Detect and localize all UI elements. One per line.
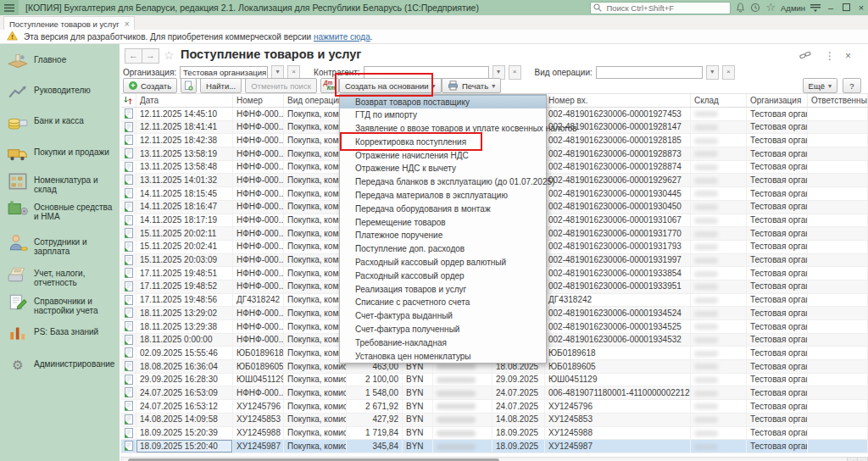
filter-operation-dropdown-icon[interactable]: ▾ (706, 65, 719, 80)
back-button[interactable]: ← (125, 48, 142, 64)
print-button[interactable]: Печать▾ (442, 78, 501, 93)
cell-nin: ХУ1245796 (545, 400, 691, 413)
current-user[interactable]: Админ (781, 3, 805, 13)
menu-item-11[interactable]: Платежное поручение (340, 229, 546, 242)
filter-org-dropdown-icon[interactable]: ▾ (271, 65, 284, 80)
table-row-22[interactable]: 24.07.2025 16:53:09НФНФ-000...Покупка, к… (121, 386, 868, 400)
menu-item-18[interactable]: Счет-фактура полученный (340, 323, 546, 336)
sidebar-item-bank-cash[interactable]: Банк и касса (0, 112, 120, 132)
find-button[interactable]: Найти... (200, 78, 242, 93)
table-row-24[interactable]: 14.08.2025 14:09:58ХУ1245853Покупка, ком… (121, 414, 868, 427)
menu-item-20[interactable]: Установка цен номенклатуры (340, 349, 546, 363)
collapse-panel-icon[interactable] (810, 3, 821, 12)
column-header-op[interactable]: Вид операции (284, 94, 347, 107)
get-link-icon[interactable] (799, 50, 811, 63)
more-actions-icon[interactable]: ⋮ (825, 50, 835, 62)
menu-item-5[interactable]: Отражение начисления НДС (340, 148, 546, 162)
debit-credit-button[interactable]: ДтКт (320, 78, 339, 93)
cell-whs (691, 227, 747, 240)
column-header-whs[interactable]: Склад (691, 94, 747, 107)
filter-counterparty-clear-icon[interactable]: × (509, 65, 521, 80)
menu-item-4[interactable]: Корректировка поступления (340, 135, 546, 148)
cell-date: 02.09.2025 15:55:46 (136, 347, 233, 359)
menu-item-17[interactable]: Счет-фактура выданный (340, 309, 546, 323)
table-row-23[interactable]: 24.07.2025 16:53:12ХУ1245796Покупка, ком… (121, 400, 868, 414)
cell-date: 15.11.2025 20:02:41 (136, 241, 233, 253)
cancel-search-button[interactable]: Отменить поиск (245, 78, 317, 93)
column-header-num[interactable]: Номер (233, 94, 284, 107)
filter-counterparty-input[interactable] (364, 66, 489, 79)
column-header-icon[interactable] (121, 94, 136, 107)
sidebar-item-manager[interactable]: Руководителю (0, 81, 120, 102)
create-button[interactable]: + Создать (123, 78, 177, 93)
filter-operation-label: Вид операции: (535, 68, 593, 77)
cell-org: Тестовая орган... (747, 360, 808, 373)
sidebar-item-purchases-sales[interactable]: Покупки и продажи (0, 143, 120, 164)
menu-item-8[interactable]: Передача материалов в эксплуатацию (340, 189, 546, 203)
forward-button[interactable]: → (142, 48, 159, 64)
redacted-warehouse (694, 284, 718, 290)
filter-org-input[interactable]: Тестовая организация (180, 66, 268, 79)
cell-nin: 002-4819016230006-00001933854 (545, 267, 691, 280)
sidebar-item-inventory-warehouse[interactable]: Номенклатура и склад (0, 171, 120, 194)
cell-op: Покупка, комис... (284, 386, 347, 399)
sidebar-item-accounting-taxes[interactable]: Учет, налоги, отчетность (0, 264, 120, 287)
sidebar-item-staff-salary[interactable]: Сотрудники и зарплата (0, 233, 120, 256)
tab-close-icon[interactable]: × (125, 19, 130, 29)
scroll-left-icon[interactable]: ◂ (847, 458, 857, 461)
favorites-star-icon[interactable]: ☆ (765, 0, 776, 15)
menu-item-6[interactable]: Отражение НДС к вычету (340, 162, 546, 175)
main-menu-button[interactable] (0, 0, 19, 15)
table-row-21[interactable]: 29.09.2025 16:28:30ЮШ0451129Покупка, ком… (121, 374, 868, 387)
menu-item-7[interactable]: Передача бланков в эксплуатацию (до 01.0… (340, 175, 546, 189)
close-window-button[interactable]: × (856, 3, 866, 13)
minimize-button[interactable]: – (826, 3, 836, 13)
column-header-org[interactable]: Организация (747, 94, 808, 107)
column-header-resp[interactable]: Ответственный (808, 94, 868, 107)
sidebar-item-fixed-assets[interactable]: Основные средства и НМА (0, 198, 120, 221)
menu-item-15[interactable]: Реализация товаров и услуг (340, 282, 546, 296)
menu-item-19[interactable]: Требование-накладная (340, 336, 546, 349)
cell-org: Тестовая орган... (747, 241, 808, 253)
sidebar-item-main[interactable]: Главное (0, 51, 120, 71)
table-row-25[interactable]: 18.09.2025 15:20:39ХУ1245988Покупка, ком… (121, 427, 868, 441)
cell-whs (691, 174, 747, 186)
menu-item-16[interactable]: Списание с расчетного счета (340, 296, 546, 309)
more-button[interactable]: Ещё▾ (803, 78, 837, 93)
menu-item-2[interactable]: ГТД по импорту (340, 108, 546, 122)
purchase-link[interactable]: нажмите сюда (314, 32, 370, 42)
global-search[interactable] (590, 2, 731, 14)
menu-item-13[interactable]: Расходный кассовый ордер валютный (340, 256, 546, 269)
cell-num: НФНФ-000... (233, 241, 284, 253)
filter-counterparty-dropdown-icon[interactable]: ▾ (492, 65, 505, 80)
sidebar-item-administration[interactable]: ⚙Администрирование (0, 355, 120, 375)
debit-credit-icon: ДтКт (324, 81, 336, 92)
menu-item-10[interactable]: Перемещение товаров (340, 215, 546, 229)
create-based-on-button[interactable]: Создать на основании▾ (339, 78, 442, 93)
menu-item-14[interactable]: Расходный кассовый ордер (340, 269, 546, 282)
help-button[interactable]: ? (843, 78, 861, 93)
table-row-26[interactable]: 18.09.2025 15:20:40ХУ1245987Покупка, ком… (121, 440, 868, 453)
scroll-right-icon[interactable]: ▸ (857, 458, 867, 461)
horizontal-scrollbar[interactable]: ◂ ▸ (121, 457, 868, 461)
filter-operation-clear-icon[interactable]: × (722, 65, 735, 80)
notifications-bell-icon[interactable] (736, 3, 745, 13)
close-page-icon[interactable]: × (845, 50, 851, 62)
filter-operation-input[interactable] (596, 66, 703, 79)
history-icon[interactable] (750, 3, 760, 13)
maximize-button[interactable] (841, 3, 851, 13)
menu-item-9[interactable]: Передача оборудования в монтаж (340, 202, 546, 215)
cell-nin: ХУ1245988 (545, 427, 691, 440)
posted-document-icon (121, 187, 136, 200)
column-header-nin[interactable]: Номер вх. (545, 94, 691, 107)
menu-item-3[interactable]: Заявление о ввозе товаров и уплате косве… (340, 122, 546, 136)
menu-item-1[interactable]: Возврат товаров поставщику (340, 95, 546, 108)
search-input[interactable] (604, 3, 727, 14)
sidebar-item-knowledge-base[interactable]: PS: База знаний (0, 323, 120, 343)
menu-item-12[interactable]: Поступление доп. расходов (340, 242, 546, 256)
column-header-date[interactable]: Дата (136, 94, 233, 107)
sidebar-item-directories-settings[interactable]: Справочники и настройки учета (0, 292, 120, 315)
filter-org-clear-icon[interactable]: × (287, 65, 300, 80)
copy-document-button[interactable] (181, 78, 197, 93)
favorite-star-icon[interactable]: ☆ (164, 48, 175, 62)
